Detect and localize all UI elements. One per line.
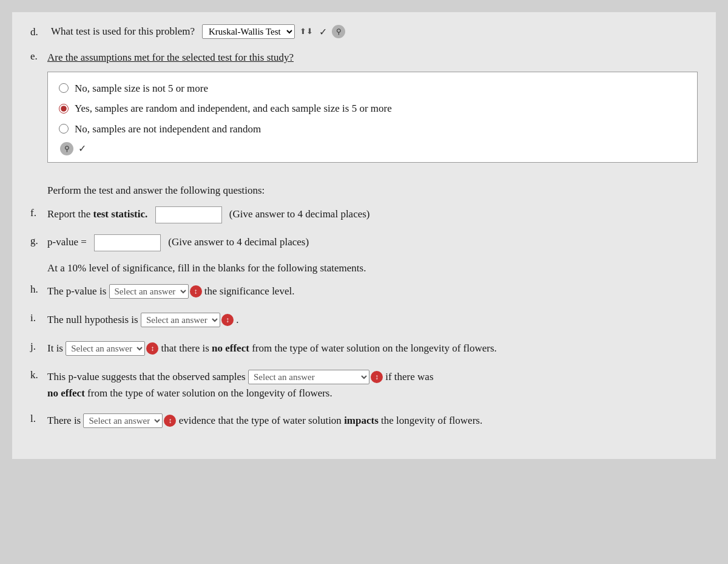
part-k-text-mid: if there was [385, 371, 433, 382]
part-d-label: d. [30, 25, 47, 38]
part-f-label: f. [30, 206, 47, 219]
part-h-content: The p-value is Select an answer less tha… [47, 283, 698, 301]
part-f-text-before: Report the [47, 208, 93, 220]
part-h-text-before: The p-value is [47, 285, 109, 297]
part-l-label: l. [30, 412, 47, 425]
part-g-row: g. p-value = (Give answer to 4 decimal p… [30, 234, 698, 251]
part-g-content: p-value = (Give answer to 4 decimal plac… [47, 234, 698, 251]
part-i-content: The null hypothesis is Select an answer … [47, 311, 698, 329]
part-e-options-box: No, sample size is not 5 or more Yes, sa… [47, 72, 698, 163]
part-e-label-2: Yes, samples are random and independent,… [75, 101, 392, 117]
part-k-select-wrapper: Select an answer are consistent are not … [248, 370, 383, 384]
part-h-text-after: the significance level. [204, 285, 295, 297]
part-d-text: What test is used for this problem? [51, 25, 195, 38]
part-d-dropdown[interactable]: Kruskal-Wallis Test ANOVA t-test Chi-squ… [202, 24, 295, 39]
part-f-row: f. Report the test statistic. (Give answ… [30, 206, 698, 223]
part-l-content: There is Select an answer sufficient ins… [47, 412, 698, 430]
part-e-radio-3[interactable] [59, 124, 69, 134]
part-e-label-1: No, sample size is not 5 or more [75, 81, 208, 97]
part-f-content: Report the test statistic. (Give answer … [47, 206, 698, 223]
part-e-option-2: Yes, samples are random and independent,… [59, 101, 686, 117]
part-j-content: It is Select an answer concluded not con… [47, 340, 698, 358]
main-container: d. What test is used for this problem? K… [12, 12, 716, 459]
part-e-row: e. Are the assumptions met for the selec… [30, 50, 698, 174]
part-i-text-before: The null hypothesis is [47, 314, 141, 325]
part-e-label: e. [30, 50, 47, 63]
part-f-text-after: (Give answer to 4 decimal places) [229, 208, 370, 220]
part-l-select-wrapper: Select an answer sufficient insufficient… [83, 413, 176, 428]
part-i-text-after: . [236, 314, 238, 325]
part-h-dropdown[interactable]: Select an answer less than greater than … [109, 284, 189, 299]
part-k-label: k. [30, 369, 47, 381]
part-e-option-1: No, sample size is not 5 or more [59, 81, 686, 97]
part-j-text-before: It is [47, 342, 66, 354]
part-e-gender-icon: ⚲ [60, 142, 73, 155]
part-i-row: i. The null hypothesis is Select an answ… [30, 311, 698, 329]
part-e-checkmark-icon: ✓ [78, 141, 86, 156]
part-k-row: k. This p-value suggests that the observ… [30, 369, 698, 401]
part-d-arrow-icon: ⬆⬇ [300, 27, 313, 36]
part-l-dropdown[interactable]: Select an answer sufficient insufficient [83, 413, 163, 428]
perform-header: Perform the test and answer the followin… [47, 185, 698, 197]
part-i-label: i. [30, 311, 47, 324]
part-e-question: Are the assumptions met for the selected… [47, 52, 294, 63]
part-j-label: j. [30, 340, 47, 353]
part-g-label: g. [30, 234, 47, 247]
part-i-select-wrapper: Select an answer rejected not rejected a… [141, 313, 234, 327]
significance-header: At a 10% level of significance, fill in … [47, 262, 698, 274]
part-h-label: h. [30, 283, 47, 296]
part-l-icon-btn[interactable]: ↕ [164, 415, 176, 427]
part-k-text-before: This p-value suggests that the observed … [47, 371, 248, 382]
part-g-text-before: p-value = [47, 236, 87, 248]
part-e-option-3: No, samples are not independent and rand… [59, 121, 686, 137]
part-i-icon-btn[interactable]: ↕ [221, 314, 234, 326]
part-j-text-after: that there is no effect from the type of… [161, 342, 496, 354]
part-l-text-after: evidence that the type of water solution… [179, 415, 482, 426]
part-k-dropdown[interactable]: Select an answer are consistent are not … [248, 370, 369, 384]
part-d-gender-icon: ⚲ [332, 25, 345, 38]
part-j-dropdown[interactable]: Select an answer concluded not concluded [66, 341, 145, 356]
part-l-row: l. There is Select an answer sufficient … [30, 412, 698, 430]
significance-header-text: At a 10% level of significance, fill in … [47, 262, 366, 274]
part-e-content: Are the assumptions met for the selected… [47, 50, 698, 174]
part-h-select-wrapper: Select an answer less than greater than … [109, 284, 202, 299]
part-d-row: d. What test is used for this problem? K… [30, 24, 698, 39]
part-j-select-wrapper: Select an answer concluded not concluded… [66, 341, 158, 356]
part-l-text-before: There is [47, 415, 83, 426]
part-k-content: This p-value suggests that the observed … [47, 369, 698, 401]
part-e-footer: ⚲ ✓ [59, 141, 686, 156]
part-j-row: j. It is Select an answer concluded not … [30, 340, 698, 358]
part-e-label-3: No, samples are not independent and rand… [75, 121, 261, 137]
part-k-icon-btn[interactable]: ↕ [371, 371, 383, 383]
part-g-input[interactable] [94, 234, 161, 251]
perform-header-text: Perform the test and answer the followin… [47, 185, 265, 196]
part-f-input[interactable] [155, 206, 222, 223]
part-g-text-after: (Give answer to 4 decimal places) [168, 236, 309, 248]
part-i-dropdown[interactable]: Select an answer rejected not rejected a… [141, 313, 220, 327]
part-k-text-end: no effect from the type of water solutio… [47, 387, 332, 399]
part-e-radio-2[interactable] [59, 104, 69, 114]
part-j-icon-btn[interactable]: ↕ [146, 342, 158, 355]
part-e-radio-1[interactable] [59, 83, 69, 93]
part-h-icon-btn[interactable]: ↕ [190, 285, 202, 297]
part-h-row: h. The p-value is Select an answer less … [30, 283, 698, 301]
part-f-bold: test statistic. [93, 208, 148, 220]
part-d-checkmark-icon: ✓ [319, 26, 327, 38]
